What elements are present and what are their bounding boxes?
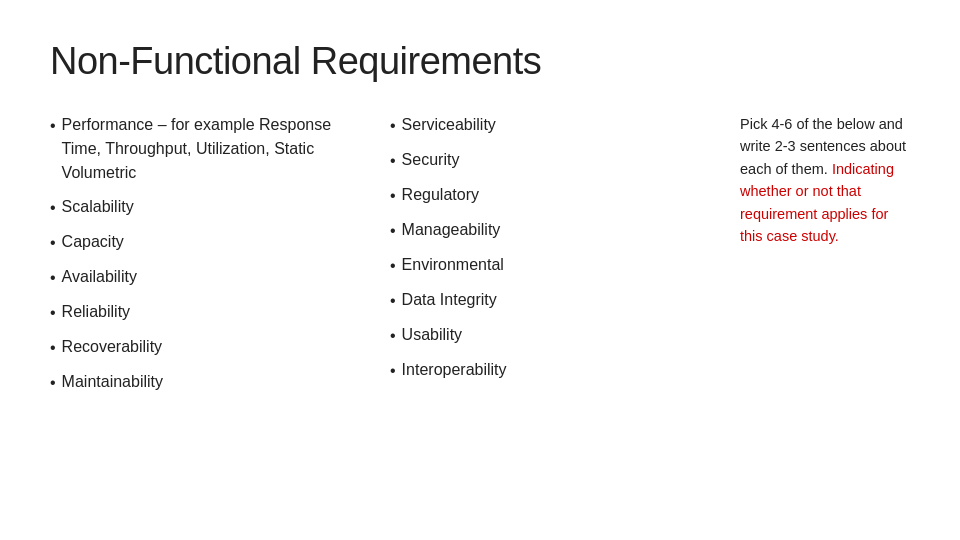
list-item: • Manageability — [390, 218, 710, 243]
list-item: • Environmental — [390, 253, 710, 278]
list-item: • Reliability — [50, 300, 370, 325]
bullet-icon: • — [390, 219, 396, 243]
left-column: • Performance – for example Response Tim… — [50, 113, 370, 510]
list-item: • Performance – for example Response Tim… — [50, 113, 370, 185]
content-area: • Performance – for example Response Tim… — [50, 113, 910, 510]
item-text: Interoperability — [402, 358, 507, 382]
bullet-icon: • — [50, 114, 56, 138]
item-text: Regulatory — [402, 183, 479, 207]
bullet-icon: • — [390, 289, 396, 313]
item-text: Reliability — [62, 300, 130, 324]
item-text: Maintainability — [62, 370, 163, 394]
bullet-icon: • — [50, 371, 56, 395]
bullet-icon: • — [390, 184, 396, 208]
bullet-icon: • — [50, 301, 56, 325]
bullet-icon: • — [390, 149, 396, 173]
list-item: • Maintainability — [50, 370, 370, 395]
slide: Non-Functional Requirements • Performanc… — [0, 0, 960, 540]
item-text: Manageability — [402, 218, 501, 242]
item-text: Availability — [62, 265, 137, 289]
item-text: Scalability — [62, 195, 134, 219]
list-item: • Usability — [390, 323, 710, 348]
bullet-icon: • — [390, 114, 396, 138]
list-item: • Regulatory — [390, 183, 710, 208]
bullet-icon: • — [50, 196, 56, 220]
item-text: Data Integrity — [402, 288, 497, 312]
list-item: • Data Integrity — [390, 288, 710, 313]
list-item: • Interoperability — [390, 358, 710, 383]
list-item: • Availability — [50, 265, 370, 290]
slide-title: Non-Functional Requirements — [50, 40, 910, 83]
right-column: • Serviceability • Security • Regulatory… — [370, 113, 710, 510]
list-item: • Scalability — [50, 195, 370, 220]
item-text: Capacity — [62, 230, 124, 254]
item-text: Security — [402, 148, 460, 172]
item-text: Environmental — [402, 253, 504, 277]
list-item: • Capacity — [50, 230, 370, 255]
list-item: • Serviceability — [390, 113, 710, 138]
item-text: Usability — [402, 323, 462, 347]
bullet-icon: • — [390, 324, 396, 348]
bullet-icon: • — [50, 231, 56, 255]
item-text: Serviceability — [402, 113, 496, 137]
bullet-icon: • — [390, 359, 396, 383]
list-item: • Security — [390, 148, 710, 173]
item-text: Recoverability — [62, 335, 162, 359]
bullet-icon: • — [390, 254, 396, 278]
bullet-icon: • — [50, 336, 56, 360]
bullet-icon: • — [50, 266, 56, 290]
list-item: • Recoverability — [50, 335, 370, 360]
sidebar: Pick 4-6 of the below and write 2-3 sent… — [710, 113, 910, 510]
sidebar-text: Pick 4-6 of the below and write 2-3 sent… — [740, 113, 910, 248]
item-text: Performance – for example Response Time,… — [62, 113, 370, 185]
